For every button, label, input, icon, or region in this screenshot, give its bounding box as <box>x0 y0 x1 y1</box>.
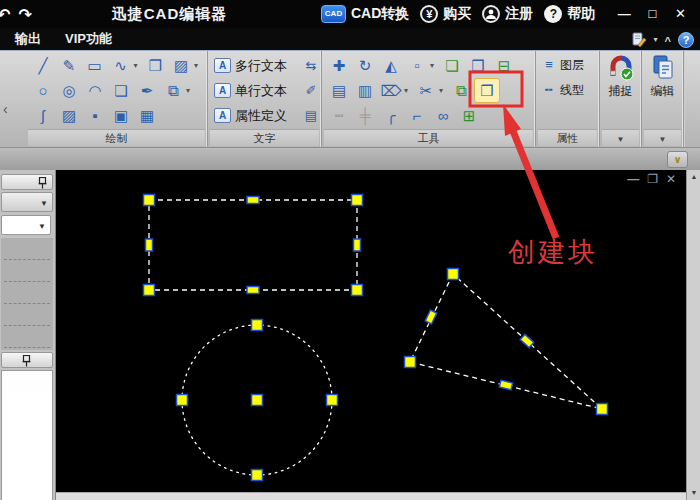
grip-handle[interactable] <box>405 357 416 368</box>
vertical-scrollbar[interactable]: ▲ ▼ <box>686 170 700 500</box>
array-icon[interactable]: ┅ <box>326 105 352 127</box>
copy-green-icon[interactable]: ❏ <box>439 55 465 77</box>
buy-button[interactable]: 购买 <box>443 5 471 23</box>
insert-block-icon[interactable]: ❐ <box>142 55 168 77</box>
text-style-icon[interactable]: ✐ <box>302 78 320 103</box>
cad-convert-icon[interactable]: CAD <box>321 5 346 23</box>
rotate-icon[interactable]: ↻ <box>352 55 378 77</box>
sidebar-panel-header[interactable] <box>1 352 53 368</box>
scroll-up-icon[interactable]: ▲ <box>687 173 700 180</box>
align-icon[interactable]: ╪ <box>352 105 378 127</box>
rectangle-shape[interactable] <box>149 200 357 290</box>
rectangle-icon[interactable]: ▭ <box>82 55 108 77</box>
drawing-canvas[interactable]: — ❐ ✕ <box>56 170 686 492</box>
copy-object-icon-dropdown[interactable]: ▾ <box>186 86 195 95</box>
doc-close-button[interactable]: ✕ <box>666 173 676 185</box>
panel-collapse-icon[interactable]: ‹ <box>3 101 8 117</box>
menu-output[interactable]: 输出 <box>3 28 53 50</box>
layer-select-dropdown[interactable]: ▼ <box>1 192 53 212</box>
linetype-sample[interactable] <box>4 304 50 326</box>
linetype-sample[interactable] <box>4 238 50 260</box>
table-icon[interactable]: ▦ <box>134 105 160 127</box>
chamfer-icon[interactable]: ⌐ <box>404 105 430 127</box>
copy-multi-icon[interactable]: ⧉ <box>448 80 474 102</box>
group-icon[interactable]: ⊟ <box>491 55 517 77</box>
scale-icon-dropdown[interactable]: ▾ <box>430 61 439 70</box>
linetype-sample[interactable] <box>4 260 50 282</box>
pin-icon[interactable] <box>38 177 47 189</box>
pen-line-icon[interactable]: ✒ <box>134 80 160 102</box>
linetype-select-dropdown[interactable]: ▼ <box>1 215 51 235</box>
arc-icon[interactable]: ◠ <box>82 80 108 102</box>
polyline-icon[interactable]: ∿ <box>108 55 134 77</box>
grip-handle[interactable] <box>327 395 338 406</box>
grip-handle[interactable] <box>352 285 363 296</box>
edit-dropdown-icon[interactable]: ▼ <box>659 135 667 144</box>
image-icon[interactable]: ▣ <box>108 105 134 127</box>
doc-restore-button[interactable]: ❐ <box>647 173 658 185</box>
region-icon-dropdown[interactable]: ▾ <box>194 61 203 70</box>
paste-block-icon[interactable]: ▥ <box>352 80 378 102</box>
grip-handle[interactable] <box>247 197 259 204</box>
help-icon[interactable]: ? <box>544 5 562 23</box>
block-add-icon[interactable]: ⊞ <box>456 105 482 127</box>
edit-button[interactable]: 编辑 ▼ <box>642 51 684 147</box>
quick-edit-dropdown-icon[interactable]: ▾ <box>654 35 658 44</box>
pin-icon[interactable] <box>22 355 31 367</box>
menu-vip[interactable]: VIP功能 <box>53 28 124 50</box>
grip-handle[interactable] <box>597 404 608 415</box>
polyline-icon-dropdown[interactable]: ▾ <box>133 61 142 70</box>
grip-handle[interactable] <box>177 395 188 406</box>
redo-icon[interactable]: ↷ <box>18 5 31 24</box>
hatch-icon[interactable]: ▨ <box>56 105 82 127</box>
revision-cloud-icon[interactable]: ❏ <box>108 80 134 102</box>
scale-icon[interactable]: ▫ <box>404 55 430 77</box>
linetype-sample-list[interactable] <box>1 238 53 350</box>
layer-button[interactable]: ≡图层 <box>540 53 595 78</box>
copy-object-icon[interactable]: ⧉ <box>160 80 186 102</box>
trim-icon[interactable]: ✂ <box>413 80 439 102</box>
fillet-icon[interactable]: ╭ <box>378 105 404 127</box>
snap-dropdown-icon[interactable]: ▼ <box>617 135 625 144</box>
spline-icon[interactable]: ʃ <box>30 105 56 127</box>
circle-icon[interactable]: ○ <box>30 80 56 102</box>
sketch-icon[interactable]: ✎ <box>56 55 82 77</box>
horizontal-scrollbar[interactable] <box>56 492 686 500</box>
grip-handle[interactable] <box>252 470 263 481</box>
donut-icon[interactable]: ∞ <box>430 105 456 127</box>
grip-handle[interactable] <box>520 334 534 347</box>
maximize-button[interactable]: □ <box>640 4 664 24</box>
expand-strip-icon[interactable]: ∨ <box>667 151 688 168</box>
grip-handle[interactable] <box>144 195 155 206</box>
grip-handle[interactable] <box>425 310 437 324</box>
trim-icon-dropdown[interactable]: ▾ <box>439 86 448 95</box>
snap-button[interactable]: 捕捉 ▼ <box>600 51 642 147</box>
undo-icon[interactable]: ↶ <box>0 5 10 24</box>
grip-handle[interactable] <box>354 239 361 251</box>
create-block-icon[interactable]: ❒ <box>474 78 500 103</box>
doc-minimize-button[interactable]: — <box>627 173 639 185</box>
sidebar-panel-header[interactable] <box>1 174 53 190</box>
grip-handle[interactable] <box>144 285 155 296</box>
region-icon[interactable]: ▨ <box>168 55 194 77</box>
grip-handle[interactable] <box>252 320 263 331</box>
collapse-ribbon-icon[interactable]: ^ <box>665 35 671 47</box>
make-block-icon[interactable]: ❒ <box>465 55 491 77</box>
quick-edit-icon[interactable] <box>631 32 647 48</box>
grip-handle[interactable] <box>499 380 512 390</box>
grip-handle[interactable] <box>146 239 153 251</box>
linetype-sample[interactable] <box>4 282 50 304</box>
line-icon[interactable]: ╱ <box>30 55 56 77</box>
scroll-down-icon[interactable]: ▼ <box>687 489 700 496</box>
ellipse-icon[interactable]: ◎ <box>56 80 82 102</box>
register-button[interactable]: 注册 <box>505 5 533 23</box>
move-icon[interactable]: ✚ <box>326 55 352 77</box>
user-icon[interactable] <box>482 5 500 23</box>
grip-handle[interactable] <box>252 395 263 406</box>
linetype-sample[interactable] <box>4 326 50 348</box>
grip-handle[interactable] <box>448 269 459 280</box>
erase-icon[interactable]: ⌦ <box>378 80 404 102</box>
grip-handle[interactable] <box>247 287 259 294</box>
minimize-button[interactable]: — <box>612 4 636 24</box>
menubar-help-icon[interactable]: ? <box>678 32 694 48</box>
